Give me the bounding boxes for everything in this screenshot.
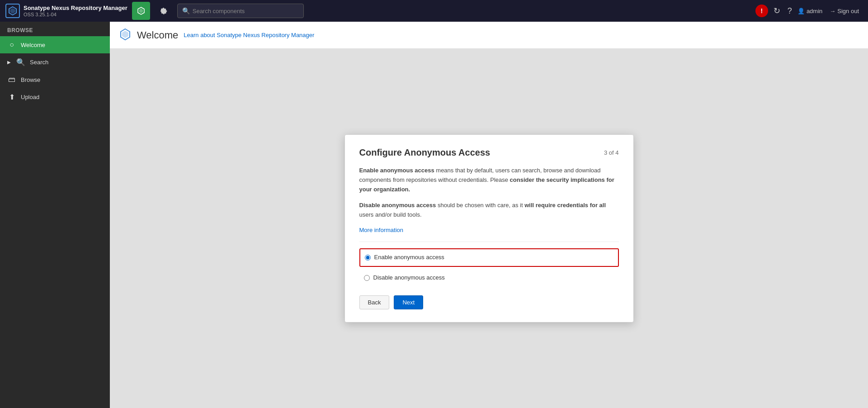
sidebar-section-label: Browse bbox=[0, 22, 110, 36]
user-menu[interactable]: 👤 admin bbox=[797, 8, 822, 14]
dialog-divider bbox=[359, 242, 619, 242]
svg-marker-1 bbox=[10, 8, 15, 14]
search-input[interactable] bbox=[193, 8, 299, 14]
dialog-header: Configure Anonymous Access 3 of 4 bbox=[359, 147, 619, 158]
app-version: OSS 3.25.1-04 bbox=[24, 12, 127, 17]
dialog-footer: Back Next bbox=[359, 295, 619, 309]
sidebar-item-label-upload: Upload bbox=[21, 94, 39, 100]
page-title: Welcome bbox=[137, 29, 178, 41]
sidebar-item-search[interactable]: ▶ 🔍 Search bbox=[0, 53, 110, 71]
signout-label: Sign out bbox=[837, 8, 859, 14]
configure-anonymous-access-dialog: Configure Anonymous Access 3 of 4 Enable… bbox=[344, 134, 634, 322]
enable-access-bold: Enable anonymous access bbox=[359, 167, 434, 174]
user-label: admin bbox=[807, 8, 822, 14]
svg-marker-3 bbox=[139, 9, 143, 13]
sidebar-item-label-search: Search bbox=[30, 59, 48, 66]
page-header: Welcome Learn about Sonatype Nexus Repos… bbox=[110, 22, 868, 49]
page-header-icon bbox=[119, 28, 132, 42]
enable-anonymous-label[interactable]: Enable anonymous access bbox=[374, 253, 444, 262]
back-button[interactable]: Back bbox=[359, 295, 390, 309]
search-icon: 🔍 bbox=[16, 58, 25, 66]
para2-end: users and/or build tools. bbox=[359, 211, 422, 218]
dialog-para-1: Enable anonymous access means that by de… bbox=[359, 166, 619, 194]
help-button[interactable]: ? bbox=[786, 5, 794, 18]
dialog-step: 3 of 4 bbox=[604, 149, 619, 156]
sidebar: Browse ○ Welcome ▶ 🔍 Search 🗃 Browse ⬆ U… bbox=[0, 22, 110, 408]
refresh-button[interactable]: ↻ bbox=[772, 4, 782, 18]
welcome-icon: ○ bbox=[7, 41, 16, 49]
brand: Sonatype Nexus Repository Manager OSS 3.… bbox=[5, 4, 127, 18]
disable-anonymous-radio-option[interactable]: Disable anonymous access bbox=[359, 270, 619, 286]
brand-logo bbox=[5, 4, 20, 18]
sidebar-item-welcome[interactable]: ○ Welcome bbox=[0, 36, 110, 53]
disable-anonymous-radio[interactable] bbox=[364, 275, 370, 281]
signout-button[interactable]: → Sign out bbox=[826, 6, 863, 16]
dialog-body: Enable anonymous access means that by de… bbox=[359, 166, 619, 309]
browse-icon: 🗃 bbox=[7, 76, 16, 84]
enable-anonymous-radio-option[interactable]: Enable anonymous access bbox=[359, 248, 619, 267]
disable-access-bold: Disable anonymous access bbox=[359, 202, 436, 209]
signout-icon: → bbox=[830, 8, 835, 14]
sidebar-item-label-browse: Browse bbox=[21, 76, 40, 83]
svg-marker-5 bbox=[122, 31, 128, 38]
more-info-link[interactable]: More information bbox=[359, 227, 404, 233]
para2-suffix: should be chosen with care, as it bbox=[436, 202, 524, 209]
main-content: Configure Anonymous Access 3 of 4 Enable… bbox=[110, 49, 868, 408]
para2-bold: will require credentials for all bbox=[524, 202, 606, 209]
upload-icon: ⬆ bbox=[7, 93, 16, 101]
navbar: Sonatype Nexus Repository Manager OSS 3.… bbox=[0, 0, 868, 22]
user-icon: 👤 bbox=[797, 8, 805, 14]
page-header-link[interactable]: Learn about Sonatype Nexus Repository Ma… bbox=[184, 32, 314, 38]
alert-button[interactable]: ! bbox=[755, 5, 768, 17]
dialog-para-2: Disable anonymous access should be chose… bbox=[359, 201, 619, 220]
enable-anonymous-radio[interactable] bbox=[365, 255, 371, 261]
next-button[interactable]: Next bbox=[394, 295, 423, 309]
brand-text: Sonatype Nexus Repository Manager OSS 3.… bbox=[24, 5, 127, 17]
dialog-title: Configure Anonymous Access bbox=[359, 147, 491, 158]
sidebar-item-label-welcome: Welcome bbox=[21, 42, 45, 48]
navbar-right: ! ↻ ? 👤 admin → Sign out bbox=[755, 4, 863, 18]
components-nav-button[interactable] bbox=[132, 2, 150, 20]
search-icon: 🔍 bbox=[182, 7, 190, 14]
content-area: Welcome Learn about Sonatype Nexus Repos… bbox=[110, 22, 868, 408]
chevron-icon: ▶ bbox=[7, 60, 11, 65]
settings-nav-button[interactable] bbox=[155, 2, 173, 20]
sidebar-item-upload[interactable]: ⬆ Upload bbox=[0, 88, 110, 106]
app-title: Sonatype Nexus Repository Manager bbox=[24, 5, 127, 12]
sidebar-item-browse[interactable]: 🗃 Browse bbox=[0, 71, 110, 88]
search-bar[interactable]: 🔍 bbox=[177, 4, 304, 18]
main-layout: Browse ○ Welcome ▶ 🔍 Search 🗃 Browse ⬆ U… bbox=[0, 22, 868, 408]
disable-anonymous-label[interactable]: Disable anonymous access bbox=[373, 273, 445, 283]
